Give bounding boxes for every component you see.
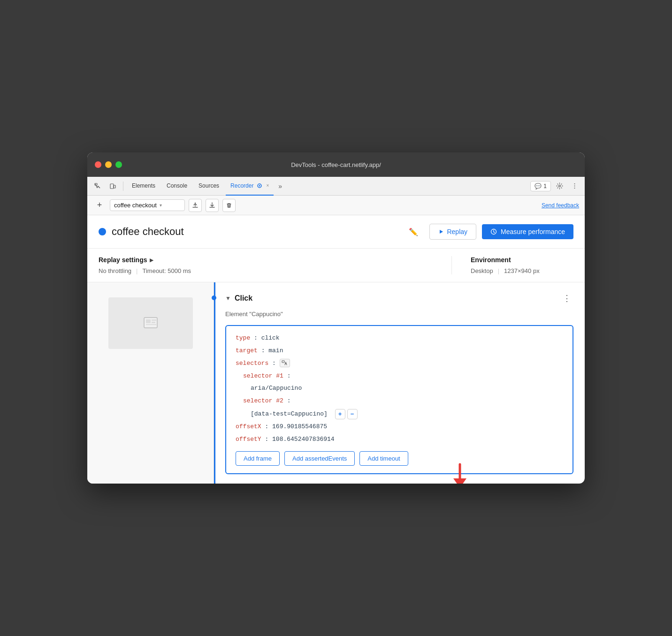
target-colon: : — [261, 347, 269, 354]
steps-container: ▼ Click ⋮ Element "Cappucino" type : cli… — [87, 282, 585, 484]
replay-settings-details: No throttling | Timeout: 5000 ms — [99, 267, 451, 274]
offsetX-colon: : — [265, 423, 272, 430]
customize-menu-icon[interactable] — [568, 180, 581, 193]
send-feedback-link[interactable]: Send feedback — [542, 202, 579, 209]
close-button[interactable] — [95, 161, 101, 168]
code-selector2-line: selector #2 : — [236, 396, 563, 406]
measure-performance-label: Measure performance — [501, 228, 565, 235]
delete-recording-button[interactable] — [222, 199, 236, 212]
export-recording-button[interactable] — [189, 199, 202, 212]
traffic-lights — [95, 161, 122, 168]
svg-rect-15 — [146, 324, 156, 325]
replay-button[interactable]: Replay — [429, 224, 476, 240]
recording-title: coffee checkout — [112, 226, 403, 238]
add-recording-button[interactable]: + — [93, 199, 106, 212]
settings-icon[interactable] — [553, 180, 566, 193]
recording-header: coffee checkout ✏️ Replay Measure perfor… — [87, 215, 585, 249]
add-asserted-events-button[interactable]: Add assertedEvents — [284, 451, 355, 466]
selector1-val: aria/Cappucino — [251, 385, 302, 392]
selectors-colon: : — [272, 360, 280, 367]
inspect-element-icon[interactable] — [91, 180, 104, 193]
issues-badge-button[interactable]: 💬 1 — [530, 181, 551, 191]
code-block: type : click target : main selectors : — [225, 325, 573, 474]
timeout-value: Timeout: 5000 ms — [142, 267, 191, 274]
maximize-button[interactable] — [115, 161, 122, 168]
code-offsetY-line: offsetY : 108.6452407836914 — [236, 435, 563, 445]
svg-point-5 — [558, 185, 560, 187]
svg-rect-16 — [282, 361, 284, 363]
env-pipe: | — [498, 267, 499, 274]
code-selector1-line: selector #1 : — [236, 371, 563, 381]
chat-icon: 💬 — [535, 183, 542, 189]
add-frame-button[interactable]: Add frame — [236, 451, 280, 466]
code-selector2-val-line: [data-test=Cappucino] + − — [236, 409, 563, 419]
steps-sidebar — [87, 282, 214, 484]
svg-rect-13 — [152, 319, 156, 321]
add-timeout-button[interactable]: Add timeout — [359, 451, 408, 466]
target-key: target — [236, 347, 258, 354]
type-colon: : — [254, 334, 261, 341]
edit-title-icon[interactable]: ✏️ — [409, 227, 418, 236]
offsetX-key: offsetX — [236, 423, 261, 430]
selector2-val: [data-test=Cappucino] — [251, 410, 328, 417]
tabs-bar: Elements Console Sources Recorder × » 💬 … — [87, 177, 585, 196]
add-selector-button[interactable]: + — [335, 409, 345, 419]
offsetY-key: offsetY — [236, 436, 261, 443]
code-offsetX-line: offsetX : 169.90185546875 — [236, 422, 563, 432]
code-selector1-val-line: aria/Cappucino — [236, 384, 563, 394]
timeline-line — [214, 282, 215, 484]
step-element-label: Element "Cappucino" — [225, 310, 573, 318]
devtools-window: DevTools - coffee-cart.netlify.app/ Elem… — [87, 152, 585, 484]
window-title: DevTools - coffee-cart.netlify.app/ — [291, 161, 381, 168]
svg-point-7 — [574, 186, 575, 187]
recording-selector[interactable]: coffee checkout ▾ — [110, 199, 185, 211]
tab-console[interactable]: Console — [162, 177, 192, 196]
svg-rect-12 — [146, 319, 151, 323]
settings-section: Replay settings ▶ No throttling | Timeou… — [87, 249, 585, 282]
device-toolbar-icon[interactable] — [106, 180, 119, 193]
svg-point-8 — [574, 188, 575, 189]
replay-settings-arrow: ▶ — [150, 257, 153, 263]
selector-picker-icon[interactable] — [280, 359, 290, 367]
svg-rect-1 — [110, 184, 114, 189]
measure-performance-button[interactable]: Measure performance — [482, 224, 573, 239]
more-tabs-icon[interactable]: » — [275, 182, 285, 190]
tab-sources[interactable]: Sources — [194, 177, 224, 196]
remove-selector-button[interactable]: − — [347, 409, 358, 419]
svg-point-6 — [574, 183, 575, 184]
offsetY-colon: : — [265, 436, 272, 443]
type-key: type — [236, 334, 250, 341]
environment-section: Environment Desktop | 1237×940 px — [451, 256, 573, 274]
tab-recorder[interactable]: Recorder × — [226, 177, 274, 196]
selector1-colon: : — [287, 372, 291, 379]
type-val: click — [261, 334, 280, 341]
code-target-line: target : main — [236, 346, 563, 356]
step-header: ▼ Click ⋮ — [225, 292, 573, 305]
minimize-button[interactable] — [105, 161, 112, 168]
step-detail: ▼ Click ⋮ Element "Cappucino" type : cli… — [214, 282, 585, 484]
replay-settings-left: Replay settings ▶ No throttling | Timeou… — [99, 256, 451, 274]
environment-label: Environment — [471, 256, 511, 264]
svg-marker-18 — [453, 478, 466, 484]
import-recording-button[interactable] — [206, 199, 219, 212]
svg-marker-9 — [440, 230, 443, 234]
tab-elements[interactable]: Elements — [127, 177, 160, 196]
code-type-line: type : click — [236, 333, 563, 343]
selector-action-buttons: + − — [335, 409, 358, 419]
offsetY-val: 108.6452407836914 — [272, 436, 335, 443]
step-expand-icon[interactable]: ▼ — [225, 295, 231, 302]
selectors-key: selectors — [236, 360, 268, 367]
code-selectors-line: selectors : — [236, 359, 563, 369]
step-action-buttons: Add frame Add assertedEvents Add timeout — [236, 451, 563, 466]
tab-divider — [123, 182, 123, 191]
tab-close-icon[interactable]: × — [266, 183, 269, 188]
step-menu-button[interactable]: ⋮ — [560, 292, 573, 305]
environment-heading: Environment — [471, 256, 573, 264]
target-val: main — [268, 347, 283, 354]
settings-pipe: | — [136, 267, 137, 274]
recording-select-name: coffee checkout — [114, 202, 157, 209]
replay-settings-heading[interactable]: Replay settings ▶ — [99, 256, 451, 264]
svg-rect-2 — [114, 185, 115, 188]
offsetX-val: 169.90185546875 — [272, 423, 327, 430]
tab-right-icons: 💬 1 — [530, 180, 581, 193]
